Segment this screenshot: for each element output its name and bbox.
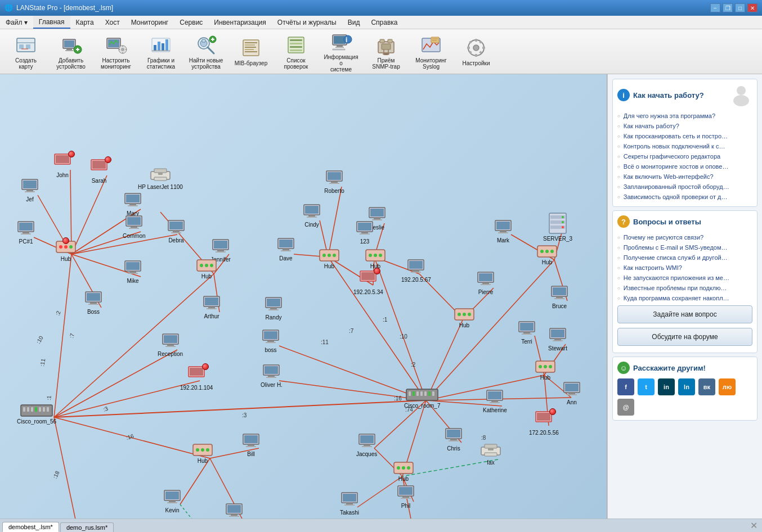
node-mark[interactable]: Mark <box>493 219 513 244</box>
link-email-sms[interactable]: Проблемы с E-mail и SMS-уведом… <box>617 242 752 253</box>
node-pc1[interactable]: PC#1 <box>16 220 36 245</box>
node-hub5[interactable]: Hub <box>454 308 475 328</box>
node-roberto[interactable]: Roberto <box>324 170 344 194</box>
node-terri[interactable]: Terri <box>517 321 537 345</box>
node-hub9[interactable]: Hub <box>393 461 414 482</box>
maximize-button[interactable]: □ <box>735 3 745 12</box>
btn-syslog[interactable]: МониторингSyslog <box>410 32 452 71</box>
node-kelly[interactable]: Kelly <box>224 503 244 519</box>
menu-inventory[interactable]: Инвентаризация <box>208 16 271 29</box>
node-hub8[interactable]: Hub <box>192 443 213 464</box>
close-button[interactable]: ✕ <box>747 3 757 12</box>
link-why-program[interactable]: Для чего нужна эта программа? <box>617 111 752 121</box>
menu-reports[interactable]: Отчёты и журналы <box>272 16 342 29</box>
btn-add-device[interactable]: Добавитьустройство <box>50 32 92 71</box>
menu-monitor[interactable]: Мониторинг <box>125 16 174 29</box>
close-panel-button[interactable]: ✕ <box>748 519 760 532</box>
node-hub2[interactable]: Hub <box>196 259 217 279</box>
ok-button[interactable]: лю <box>719 378 736 395</box>
menu-file[interactable]: Файл ▾ <box>0 16 33 29</box>
link-services-list[interactable]: Получение списка служб и другой… <box>617 253 752 263</box>
node-jef[interactable]: Jef <box>20 178 40 202</box>
btn-mib[interactable]: MIB-браузер <box>230 32 272 71</box>
node-fax[interactable]: fax <box>480 443 501 466</box>
node-stewart[interactable]: Stewart <box>548 327 568 351</box>
btn-find-devices[interactable]: Найти новыеустройства <box>185 32 227 71</box>
vk-button[interactable]: вк <box>698 378 715 395</box>
node-hp-printer[interactable]: HP LaserJet 1100 <box>138 167 183 190</box>
link-monitoring[interactable]: Всё о мониторинге хостов и опове… <box>617 161 752 172</box>
twitter-button[interactable]: t <box>638 378 655 395</box>
btn-settings[interactable]: Настройки <box>455 32 497 71</box>
node-bruce[interactable]: Bruce <box>549 285 570 309</box>
link-check-dependency[interactable]: Зависимость одной проверки от д… <box>617 192 752 202</box>
restore-button[interactable]: ❐ <box>723 3 733 12</box>
link-data-storage[interactable]: Куда программа сохраняет накопл… <box>617 293 752 303</box>
node-sarah[interactable]: Sarah <box>89 159 109 184</box>
menu-view[interactable]: Вид <box>342 16 366 29</box>
node-chris[interactable]: Chris <box>443 427 464 452</box>
menu-map[interactable]: Карта <box>70 16 100 29</box>
link-how-start[interactable]: Как начать работу? <box>617 121 752 131</box>
node-cisco7[interactable]: Cisco_room_7 <box>404 388 440 409</box>
btn-sysinfo[interactable]: i Информация осистеме <box>320 32 362 71</box>
link-control-connections[interactable]: Контроль новых подключений к с… <box>617 141 752 151</box>
linkedin-button[interactable]: ln <box>678 378 695 395</box>
btn-snmp[interactable]: ПриёмSNMP-trap <box>365 32 407 71</box>
link-wmi[interactable]: Как настроить WMI? <box>617 263 752 273</box>
email-button[interactable]: @ <box>617 399 634 416</box>
node-takashi[interactable]: Takashi <box>339 492 360 516</box>
node-hub1[interactable]: Hub <box>55 240 77 262</box>
node-ip556[interactable]: 172.20.5.56 <box>529 411 559 436</box>
node-boss2[interactable]: boss <box>261 329 281 353</box>
tab-demo-rus[interactable]: demo_rus.lsm* <box>60 522 114 532</box>
node-john[interactable]: John <box>52 153 73 178</box>
link-web-interface[interactable]: Как включить Web-интерфейс? <box>617 172 752 182</box>
node-mary[interactable]: Mary <box>123 192 143 217</box>
node-cisco56[interactable]: Cisco_room_56 <box>17 404 56 425</box>
node-server3[interactable]: SERVER_3 <box>543 212 572 242</box>
node-pierre[interactable]: Pierre <box>476 271 496 295</box>
node-hub3[interactable]: Hub <box>319 249 340 269</box>
node-hub4[interactable]: Hub <box>365 249 386 269</box>
node-phil[interactable]: Phil <box>396 485 416 509</box>
lj-button[interactable]: in <box>658 378 675 395</box>
btn-charts[interactable]: Графики истатистика <box>140 32 182 71</box>
link-scan-network[interactable]: Как просканировать сеть и постро… <box>617 131 752 141</box>
link-no-connections[interactable]: Почему не рисуются связи? <box>617 232 752 242</box>
btn-monitor-settings[interactable]: Настроитьмониторинг <box>95 32 137 71</box>
node-ip67[interactable]: 192.20.5.67 <box>401 259 431 283</box>
node-debra[interactable]: Debra <box>166 219 186 244</box>
node-cindy[interactable]: Cindy <box>302 204 322 228</box>
link-apps-launch[interactable]: Не запускаются приложения из ме… <box>617 273 752 283</box>
node-boss[interactable]: Boss <box>83 291 104 315</box>
node-arthur[interactable]: Arthur <box>201 295 222 319</box>
node-katherine[interactable]: Katherine <box>483 389 507 413</box>
node-123[interactable]: 123 <box>355 220 375 245</box>
node-hub7[interactable]: Hub <box>536 245 558 265</box>
btn-create-map[interactable]: Создатькарту <box>5 32 47 71</box>
node-hub6[interactable]: Hub <box>535 360 556 381</box>
minimize-button[interactable]: − <box>710 3 720 12</box>
link-graphic-editor[interactable]: Секреты графического редактора <box>617 151 752 161</box>
discuss-forum-button[interactable]: Обсудите на форуме <box>617 328 752 346</box>
node-kevin[interactable]: Kevin <box>162 489 182 513</box>
node-reception[interactable]: Reception <box>158 333 183 357</box>
node-bill[interactable]: Bill <box>241 433 261 457</box>
menu-host[interactable]: Хост <box>100 16 125 29</box>
menu-home[interactable]: Главная <box>33 16 70 29</box>
node-randy[interactable]: Randy <box>263 296 284 321</box>
tab-demobest[interactable]: demobest_.lsm* <box>2 522 59 532</box>
node-common[interactable]: Common <box>123 215 146 239</box>
network-map[interactable]: :10 :2 :7 :11 :1 :3 :16 :3 :11 :7 :1 :10… <box>0 74 607 519</box>
menu-service[interactable]: Сервис <box>174 16 208 29</box>
facebook-button[interactable]: f <box>617 378 634 395</box>
ask-question-button[interactable]: Задайте нам вопрос <box>617 305 752 323</box>
node-ip34[interactable]: 192.20.5.34 <box>353 270 383 295</box>
node-dave[interactable]: Dave <box>276 237 296 262</box>
node-ip104[interactable]: 192.20.1.104 <box>180 366 213 391</box>
link-planned-downtime[interactable]: Запланированный простой оборуд… <box>617 182 752 192</box>
node-oliver[interactable]: Oliver H. <box>261 364 283 388</box>
node-mike[interactable]: Mike <box>123 260 143 284</box>
link-connection-problems[interactable]: Известные проблемы при подклю… <box>617 283 752 293</box>
